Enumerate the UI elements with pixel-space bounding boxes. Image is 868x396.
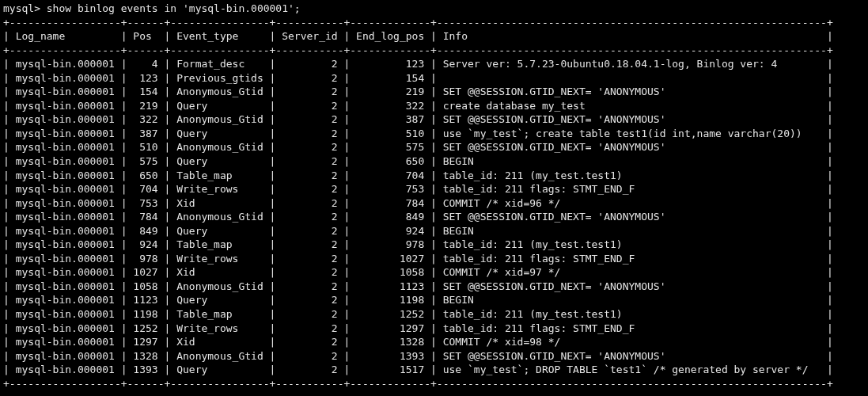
table-border-bottom: +------------------+------+-------------… — [3, 378, 833, 390]
table-border-mid: +------------------+------+-------------… — [3, 44, 833, 56]
table-body: | mysql-bin.000001 | 4 | Format_desc | 2… — [3, 58, 833, 375]
table-header-row: | Log_name | Pos | Event_type | Server_i… — [3, 30, 833, 42]
table-border-top: +------------------+------+-------------… — [3, 17, 833, 29]
terminal-output: mysql> show binlog events in 'mysql-bin.… — [0, 0, 868, 394]
mysql-prompt: mysql> show binlog events in 'mysql-bin.… — [3, 2, 301, 14]
